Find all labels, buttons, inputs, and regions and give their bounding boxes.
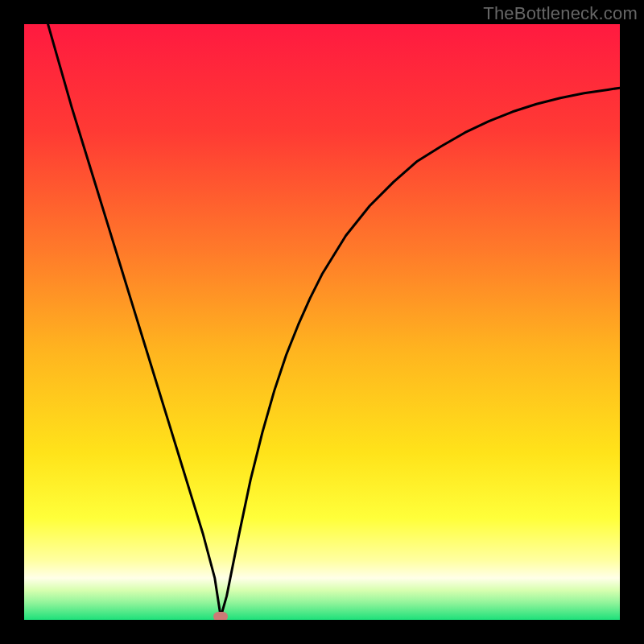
bottleneck-curve	[24, 24, 620, 620]
watermark: TheBottleneck.com	[483, 3, 638, 24]
plot-area	[24, 24, 620, 620]
chart-frame: TheBottleneck.com	[0, 0, 644, 644]
optimum-marker	[213, 612, 228, 620]
curve-path	[48, 24, 620, 617]
